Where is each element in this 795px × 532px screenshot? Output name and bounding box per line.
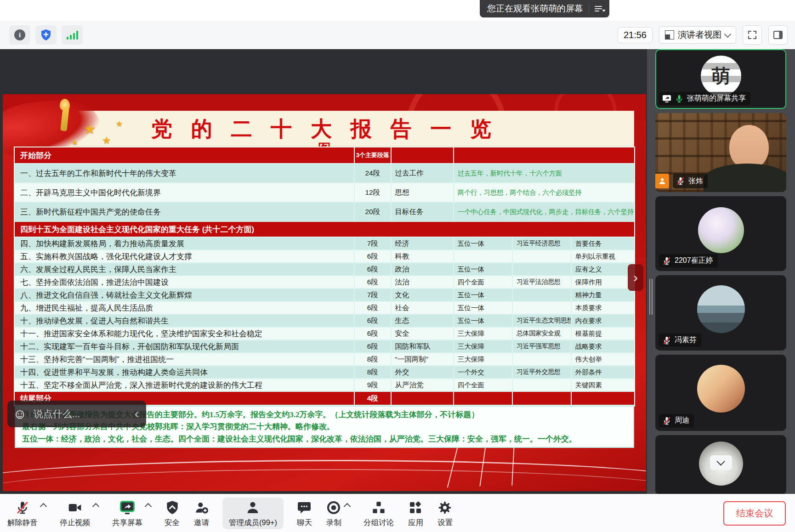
banner-menu-icon[interactable] — [595, 6, 605, 11]
mic-on-icon — [675, 94, 684, 103]
table-row: 十一、推进国家安全体系和能力现代化，坚决维护国家安全和社会稳定6段安全三大保障总… — [15, 328, 634, 340]
security-button[interactable]: 安全 — [164, 498, 181, 529]
task-cell: 九、增进民生福祉，提高人民生活品质 — [15, 302, 355, 315]
layout-cell: 五位一体 — [454, 238, 513, 250]
avatar — [697, 365, 745, 413]
record-icon — [326, 500, 341, 515]
caret-up-icon[interactable] — [40, 503, 47, 510]
toolbar-label: 分组讨论 — [363, 518, 394, 528]
participant-label: 张萌萌的屏幕共享 — [659, 92, 750, 105]
collapse-chat-icon[interactable]: ‹ — [133, 407, 141, 420]
meeting-info-button[interactable]: i — [9, 25, 30, 45]
network-signal-button[interactable] — [62, 25, 83, 45]
members-button[interactable]: 管理成员(99+) — [222, 498, 284, 529]
topic-cell: 安全 — [392, 328, 454, 340]
paragraphs-cell: 6段 — [355, 263, 392, 276]
settings-button[interactable]: 设置 — [437, 498, 454, 529]
mic-muted-icon — [676, 176, 685, 186]
chat-input[interactable]: 说点什么... — [34, 407, 126, 420]
participant-tile-冯素芬[interactable]: 冯素芬 — [655, 275, 786, 351]
caret-up-icon[interactable] — [92, 503, 100, 510]
caret-up-icon[interactable] — [344, 503, 351, 510]
paragraphs-cell: 7段 — [355, 289, 392, 302]
scroll-more-button[interactable] — [710, 455, 732, 470]
paragraphs-cell: 7段 — [355, 238, 392, 250]
toolbar-label: 管理成员(99+) — [229, 518, 277, 528]
view-mode-button[interactable]: 演讲者视图 — [659, 26, 736, 44]
task-cell: 十三、坚持和完善“一国两制”，推进祖国统一 — [15, 353, 355, 366]
participant-tile[interactable] — [655, 435, 786, 495]
thought-cell — [513, 353, 572, 366]
topic-cell: 思想 — [392, 183, 454, 203]
task-cell: 十四、促进世界和平与发展，推动构建人类命运共同体 — [15, 366, 355, 379]
layout-cell: 五位一体 — [454, 289, 513, 302]
summary-cell: 过去五年，新时代十年，十六个方面 — [454, 164, 634, 183]
layout-cell: 三大保障 — [454, 328, 513, 340]
task-cell: 一、过去五年的工作和新时代十年的伟大变革 — [15, 164, 355, 183]
end-meeting-button[interactable]: 结束会议 — [723, 501, 786, 526]
role-cell: 外部条件 — [572, 366, 634, 379]
table-row: 五、实施科教兴国战略，强化现代化建设人才支撑6段科教单列以示重视 — [15, 250, 634, 263]
participant-tile-2207崔正婷[interactable]: 2207崔正婷 — [655, 196, 786, 271]
participant-tile-周迪[interactable]: 周迪 — [655, 355, 786, 431]
paragraphs-cell: 24段 — [355, 164, 392, 183]
table-row: 十、推动绿色发展，促进人与自然和谐共生6段生态五位一体习近平生态文明思想内在要求 — [15, 315, 634, 328]
toolbar-label: 共享屏幕 — [112, 518, 142, 528]
participant-name: 张炜 — [688, 176, 703, 186]
role-cell: 战略要求 — [572, 340, 634, 353]
participant-label: 冯素芬 — [659, 334, 701, 347]
participant-tile-张炜[interactable]: 张炜 — [655, 113, 786, 192]
star-decoration: ★ — [102, 135, 111, 147]
members-icon — [245, 500, 260, 515]
participant-name: 冯素芬 — [675, 335, 697, 345]
thought-cell — [513, 263, 572, 276]
stop-video-button[interactable]: 停止视频 — [59, 498, 91, 529]
layout-cell: 四个全面 — [454, 276, 513, 289]
record-button[interactable]: 录制 — [325, 498, 342, 529]
fullscreen-button[interactable] — [743, 25, 762, 45]
breakout-button[interactable]: 分组讨论 — [363, 498, 395, 529]
section-header-row: 四到十五为全面建设社会主义现代化国家的重大任务 (共十二个方面) — [15, 222, 634, 238]
paragraphs-cell: 8段 — [355, 353, 392, 366]
side-panel-toggle-button[interactable] — [768, 25, 788, 45]
mic-muted-icon — [15, 500, 30, 515]
invite-button[interactable]: 邀请 — [193, 498, 210, 529]
table-row: 十二、实现建军一百年奋斗目标，开创国防和军队现代化新局面6段国防和军队三大保障习… — [15, 340, 634, 353]
task-cell: 三、新时代新征程中国共产党的使命任务 — [15, 203, 355, 222]
host-badge-icon — [655, 174, 669, 188]
layout-cell — [454, 250, 513, 263]
security-shield-icon — [165, 500, 179, 515]
header-cell — [392, 147, 454, 164]
emoji-icon[interactable]: ☺ — [13, 407, 27, 421]
paragraphs-cell: 6段 — [355, 328, 392, 340]
viewer-banner-text: 您正在观看张萌萌的屏幕 — [487, 3, 583, 15]
share-screen-button[interactable]: 共享屏幕 — [111, 498, 143, 529]
participant-label: 周迪 — [659, 414, 694, 427]
security-status-button[interactable] — [35, 25, 57, 45]
footer-cell — [572, 392, 634, 406]
report-table: 开始部分3个主要段落一、过去五年的工作和新时代十年的伟大变革24段过去工作过去五… — [15, 147, 634, 406]
footer-cell — [392, 392, 454, 406]
paragraphs-cell: 12段 — [355, 183, 392, 203]
topic-cell: 法治 — [392, 276, 454, 289]
caret-up-icon[interactable] — [145, 503, 152, 510]
task-cell: 五、实施科教兴国战略，强化现代化建设人才支撑 — [15, 250, 355, 263]
unmute-button[interactable]: 解除静音 — [6, 498, 39, 529]
chat-button[interactable]: 聊天 — [296, 498, 313, 529]
view-mode-icon — [665, 30, 674, 40]
apps-button[interactable]: 应用 — [407, 498, 424, 529]
shared-slide: ★ ★ ★ ★ 图 党 的 二 十 大 报 告 一 览 开始部分3个主要段落一、… — [3, 94, 646, 491]
role-cell: 伟大创举 — [572, 353, 634, 366]
layout-panel-icon — [772, 29, 784, 40]
mic-muted-icon — [662, 416, 671, 425]
task-cell: 十、推动绿色发展，促进人与自然和谐共生 — [15, 315, 355, 328]
thought-cell: 习近平法治思想 — [513, 276, 572, 289]
control-bar: i 21:56 演讲者视图 — [0, 21, 795, 50]
sidebar-resize-handle[interactable] — [649, 279, 654, 315]
paragraphs-cell: 6段 — [355, 302, 392, 315]
panel-toggle-button[interactable]: › — [628, 264, 643, 291]
topic-cell: 外交 — [392, 366, 454, 379]
table-row: 十三、坚持和完善“一国两制”，推进祖国统一8段“一国两制”三大保障伟大创举 — [15, 353, 634, 366]
divider — [589, 3, 589, 14]
participant-tile-张萌萌的屏幕共享[interactable]: 萌 张萌萌的屏幕共享 — [655, 49, 786, 109]
